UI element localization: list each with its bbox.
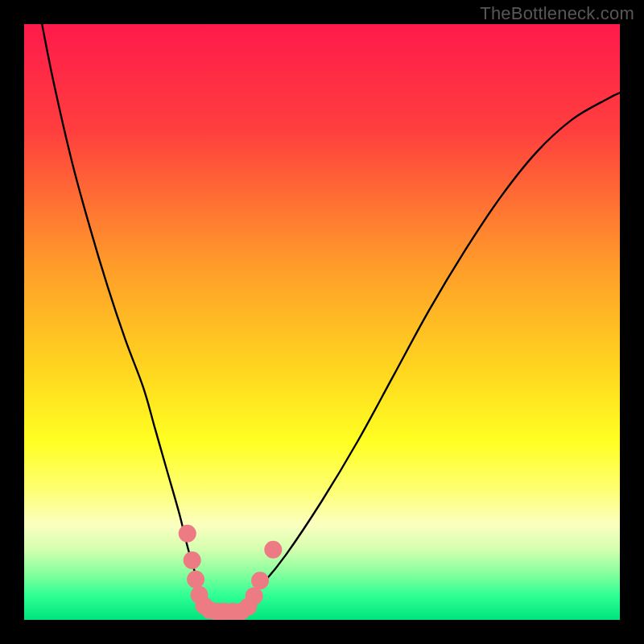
marker-dot: [179, 525, 196, 543]
marker-dot: [251, 572, 269, 589]
gradient-background: [24, 24, 620, 620]
marker-dot: [264, 541, 282, 559]
marker-dot: [184, 551, 201, 569]
plot-area: [24, 24, 620, 620]
chart-svg: [24, 24, 620, 620]
marker-dot: [187, 571, 204, 588]
chart-frame: TheBottleneck.com: [0, 0, 644, 644]
marker-dot: [246, 587, 263, 605]
watermark-text: TheBottleneck.com: [480, 3, 634, 24]
